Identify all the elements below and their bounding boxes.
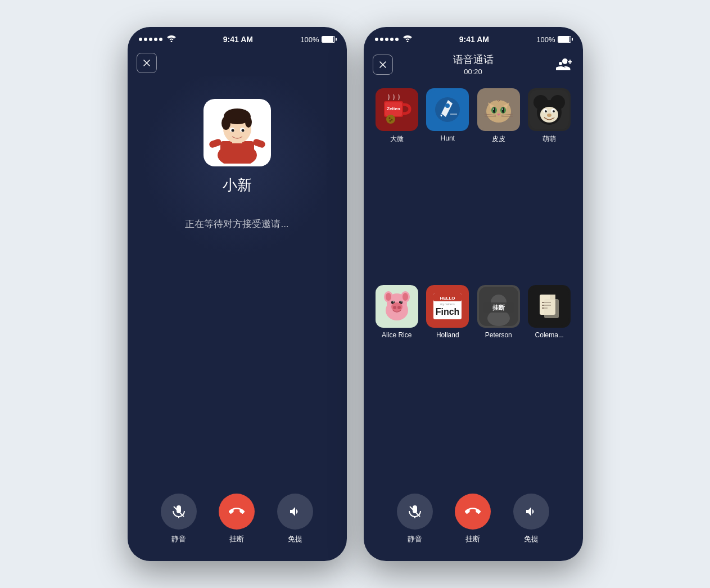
svg-point-68 [397, 306, 401, 309]
svg-point-53 [554, 110, 554, 111]
speaker-label-2: 免提 [524, 534, 539, 544]
call-status: 正在等待对方接受邀请... [185, 218, 288, 230]
participant-hunt[interactable]: Hunt [426, 88, 470, 278]
screen2-title: 语音通话 [453, 53, 494, 66]
dot-2-3 [385, 38, 388, 41]
svg-point-64 [392, 301, 394, 302]
participant-avatar-dawei: Zelten [376, 88, 418, 131]
participant-name-coleman: Colema... [535, 331, 564, 339]
wifi-icon-2 [403, 35, 412, 44]
signal-area [139, 35, 176, 44]
svg-point-77 [487, 310, 510, 326]
svg-point-12 [241, 129, 244, 132]
svg-point-32 [486, 100, 511, 123]
participant-alice[interactable]: Alice Rice [375, 285, 419, 473]
battery-fill-2 [558, 37, 569, 42]
battery-area-2: 100% [536, 35, 571, 44]
add-person-btn[interactable] [554, 55, 574, 75]
participant-name-peterson: Peterson [485, 331, 512, 339]
caller-avatar [203, 99, 271, 166]
mute-circle-2 [397, 494, 433, 530]
dot-1 [139, 38, 142, 41]
svg-text:HELLO: HELLO [440, 296, 455, 301]
speaker-circle-2 [513, 494, 549, 530]
screen2-timer: 00:20 [453, 67, 494, 76]
participant-avatar-alice [376, 285, 418, 328]
status-time-2: 9:41 AM [459, 35, 489, 44]
status-time-1: 9:41 AM [223, 35, 253, 44]
bottom-controls-2: 静音 挂断 免提 [364, 482, 583, 561]
svg-rect-86 [544, 299, 559, 318]
hangup-btn-2[interactable]: 挂断 [455, 494, 491, 544]
nav-bar-1 [128, 49, 347, 76]
speaker-btn-1[interactable]: 免提 [277, 494, 313, 544]
signal-dots [139, 38, 162, 41]
nav-bar-2: 语音通话 00:20 [364, 49, 583, 79]
svg-text:my name is: my name is [440, 302, 455, 306]
svg-point-23 [386, 115, 395, 124]
svg-point-54 [547, 114, 551, 117]
participant-coleman[interactable]: Colema... [527, 285, 572, 473]
dot-4 [154, 38, 157, 41]
status-bar-2: 9:41 AM 100% [364, 27, 583, 49]
svg-point-60 [386, 293, 391, 301]
nav-back-btn-2[interactable] [373, 55, 393, 75]
mute-btn-2[interactable]: 静音 [397, 494, 433, 544]
speaker-label-1: 免提 [288, 534, 302, 544]
hangup-circle-2 [455, 494, 491, 530]
speaker-btn-2[interactable]: 免提 [513, 494, 549, 544]
dot-2 [144, 38, 147, 41]
signal-area-2 [375, 35, 412, 44]
battery-icon-2 [558, 36, 571, 43]
svg-point-67 [393, 306, 396, 309]
svg-point-37 [493, 108, 494, 110]
participant-name-alice: Alice Rice [382, 331, 411, 339]
dot-2-1 [375, 38, 378, 41]
hangup-label-2: 挂断 [465, 534, 480, 544]
svg-point-29 [445, 103, 450, 108]
participant-avatar-hunt [426, 88, 469, 131]
participant-avatar-coleman [528, 285, 571, 328]
svg-point-6 [221, 116, 230, 130]
battery-percent-1: 100% [300, 35, 319, 44]
participant-name-mengmeng: 萌萌 [542, 134, 556, 144]
nav-back-btn-1[interactable] [137, 53, 157, 73]
svg-point-25 [391, 119, 392, 121]
svg-point-24 [388, 117, 390, 119]
participant-pipi[interactable]: 皮皮 [477, 88, 521, 278]
svg-point-36 [502, 107, 504, 113]
phone-screen-2: 9:41 AM 100% 语音通话 00:20 [364, 27, 583, 561]
participant-mengmeng[interactable]: 萌萌 [527, 88, 572, 278]
svg-point-7 [245, 116, 252, 128]
svg-point-61 [403, 293, 408, 301]
participant-name-pipi: 皮皮 [492, 134, 505, 144]
svg-point-26 [389, 120, 391, 122]
battery-fill-1 [322, 37, 333, 42]
svg-rect-30 [450, 114, 457, 115]
battery-area-1: 100% [300, 35, 335, 44]
status-bar-1: 9:41 AM 100% [128, 27, 347, 49]
dot-2-5 [395, 38, 399, 41]
participant-dawei[interactable]: Zelten 大微 [375, 88, 419, 278]
svg-point-35 [493, 107, 495, 113]
participant-holland[interactable]: HELLO my name is Finch Holland [426, 285, 470, 473]
screen1-content: 小新 正在等待对方接受邀请... [128, 76, 347, 482]
dot-2-4 [390, 38, 394, 41]
svg-point-65 [400, 301, 401, 302]
participant-avatar-peterson: 挂断 [477, 285, 520, 328]
wifi-icon [167, 35, 176, 44]
dot-5 [159, 38, 162, 41]
svg-point-52 [546, 110, 546, 111]
mute-btn-1[interactable]: 静音 [161, 494, 197, 544]
participant-avatar-holland: HELLO my name is Finch [426, 285, 469, 328]
hangup-circle-1 [219, 494, 255, 530]
signal-dots-2 [375, 38, 399, 41]
participant-peterson[interactable]: 挂断 Peterson [477, 285, 521, 473]
mute-circle-1 [161, 494, 197, 530]
svg-point-38 [502, 108, 503, 110]
caller-name: 小新 [223, 175, 252, 195]
participant-name-holland: Holland [436, 331, 459, 339]
hangup-btn-1[interactable]: 挂断 [219, 494, 255, 544]
svg-text:Finch: Finch [436, 307, 460, 316]
participant-name-hunt: Hunt [441, 134, 455, 142]
